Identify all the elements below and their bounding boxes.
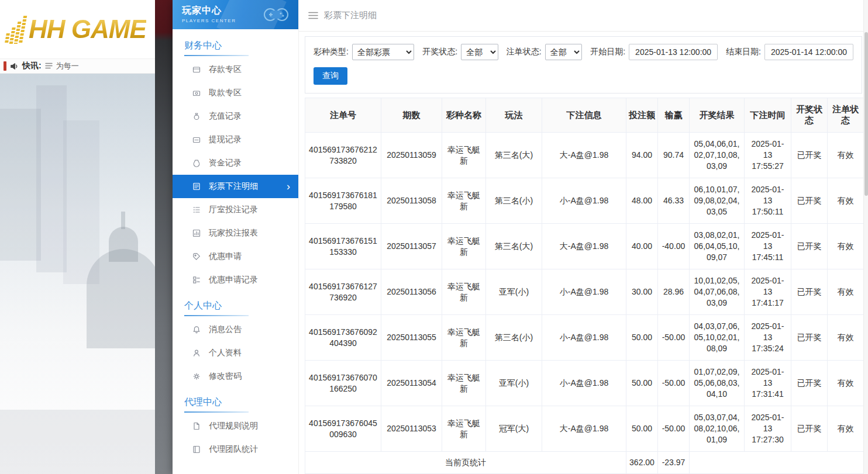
- sidebar-item-label: 提现记录: [209, 134, 242, 145]
- sidebar-item-deposit[interactable]: 存款专区: [173, 58, 298, 81]
- cell-bet-time: 2025-01-13 17:27:30: [745, 406, 791, 452]
- lottery-type-label: 彩种类型:: [314, 47, 349, 57]
- end-date-input[interactable]: [764, 44, 853, 60]
- cell-win-loss: 90.74: [658, 133, 690, 178]
- page-total-label: 当前页统计: [305, 452, 626, 474]
- cell-draw-status: 已开奖: [791, 269, 828, 315]
- cell-order-status: 有效: [828, 224, 864, 269]
- cell-win-loss: 28.96: [658, 269, 690, 315]
- gear-icon: [192, 372, 201, 381]
- cell-draw-status: 已开奖: [791, 406, 828, 452]
- sidebar-item-promo-apply-records[interactable]: 优惠申请记录: [173, 268, 298, 292]
- cell-draw-result: 01,07,02,09,05,06,08,03,04,10: [690, 361, 745, 406]
- sidebar-item-label: 取款专区: [209, 88, 242, 98]
- cell-bet-time: 2025-01-13 17:50:11: [745, 178, 791, 224]
- col-header-win-loss: 输赢: [658, 98, 690, 133]
- draw-status-select[interactable]: 全部: [461, 44, 498, 60]
- lottery-type-select[interactable]: 全部彩票: [352, 44, 414, 60]
- cell-lottery-name: 幸运飞艇新: [442, 224, 486, 269]
- cell-bet-info: 大-A盘@1.98: [542, 133, 626, 178]
- cell-win-loss: -50.00: [658, 315, 690, 361]
- sidebar: 玩家中心 PLAYERS CENTER 财务中心存款专区取款专区充值记录提现记录…: [173, 0, 299, 474]
- sidebar-section-personal-center: 个人中心: [173, 292, 298, 318]
- col-header-draw-result: 开奖结果: [690, 98, 745, 133]
- order-status-select[interactable]: 全部: [545, 44, 583, 60]
- sidebar-item-label: 消息公告: [209, 324, 242, 335]
- cell-bet-amount: 50.00: [626, 315, 658, 361]
- cell-order-no: 401569173676045009630: [305, 406, 381, 452]
- cell-order-no: 401569173676070166250: [305, 361, 381, 406]
- sidebar-item-withdrawal-records[interactable]: 提现记录: [173, 128, 298, 151]
- user-icon: [192, 348, 201, 358]
- sidebar-header: 玩家中心 PLAYERS CENTER: [173, 0, 298, 29]
- page-scrollbar[interactable]: [863, 0, 868, 474]
- cell-order-status: 有效: [828, 269, 864, 315]
- modal-backdrop[interactable]: [155, 0, 173, 474]
- withdrawal-record-icon: [192, 135, 201, 144]
- table-row: 40156917367604500963020250113053幸运飞艇新冠军(…: [305, 406, 864, 452]
- page-title: 彩票下注明细: [324, 10, 377, 21]
- sidebar-item-label: 资金记录: [209, 158, 242, 168]
- site-logo: HH GAME: [7, 15, 146, 44]
- sidebar-item-promo-apply[interactable]: 优惠申请: [173, 245, 298, 268]
- cell-bet-amount: 40.00: [626, 224, 658, 269]
- col-header-order-status: 注单状态: [828, 98, 864, 133]
- cell-bet-time: 2025-01-13 17:45:11: [745, 224, 791, 269]
- cell-draw-status: 已开奖: [791, 133, 828, 178]
- cell-order-no: 401569173676151153330: [305, 224, 381, 269]
- page-total-bet: 362.00: [626, 452, 658, 474]
- cell-order-status: 有效: [828, 315, 864, 361]
- sidebar-item-agent-rules[interactable]: 代理规则说明: [173, 414, 298, 438]
- cell-bet-info: 小-A盘@1.98: [542, 315, 626, 361]
- sidebar-item-profile[interactable]: 个人资料: [173, 341, 298, 365]
- cell-win-loss: -50.00: [658, 361, 690, 406]
- cell-draw-result: 04,03,07,06,05,10,02,01,08,09: [690, 315, 745, 361]
- sidebar-section-finance-center: 财务中心: [173, 32, 298, 58]
- cell-bet-info: 大-A盘@1.98: [542, 406, 626, 452]
- sidebar-item-recharge-records[interactable]: 充值记录: [173, 105, 298, 128]
- search-button[interactable]: 查询: [314, 67, 347, 85]
- menu-toggle-icon[interactable]: [308, 12, 318, 19]
- cell-draw-result: 10,01,02,05,04,07,06,08,03,09: [690, 269, 745, 315]
- sidebar-item-player-bet-report[interactable]: 玩家投注报表: [173, 222, 298, 245]
- cell-win-loss: -40.00: [658, 224, 690, 269]
- cell-period: 20250113059: [381, 133, 442, 178]
- ticker-marker: [4, 61, 6, 71]
- cell-win-loss: 46.33: [658, 178, 690, 224]
- cell-period: 20250113053: [381, 406, 442, 452]
- sidebar-item-messages[interactable]: 消息公告: [173, 318, 298, 341]
- players-center-modal: 玩家中心 PLAYERS CENTER 财务中心存款专区取款专区充值记录提现记录…: [173, 0, 868, 474]
- cell-order-status: 有效: [828, 361, 864, 406]
- sidebar-item-withdraw[interactable]: 取款专区: [173, 81, 298, 105]
- cell-bet-info: 小-A盘@1.98: [542, 361, 626, 406]
- page-total-winloss: -23.97: [658, 452, 690, 474]
- draw-status-label: 开奖状态:: [422, 47, 457, 57]
- sidebar-item-change-password[interactable]: 修改密码: [173, 365, 298, 388]
- table-row: 40156917367612773692020250113056幸运飞艇新亚军(…: [305, 269, 864, 315]
- cell-lottery-name: 幸运飞艇新: [442, 178, 486, 224]
- sidebar-item-label: 优惠申请: [209, 251, 242, 262]
- ticker-text[interactable]: 为每一: [56, 61, 79, 71]
- sidebar-title: 玩家中心: [182, 5, 298, 17]
- col-header-lottery-name: 彩种名称: [442, 98, 486, 133]
- table-row: 40156917367607016625020250113054幸运飞艇新亚军(…: [305, 361, 864, 406]
- sidebar-section-agent-center: 代理中心: [173, 388, 298, 414]
- cell-bet-amount: 50.00: [626, 361, 658, 406]
- cell-order-no: 401569173676212733820: [305, 133, 381, 178]
- scrollbar-thumb[interactable]: [864, 32, 868, 196]
- cell-play-type: 亚军(小): [486, 269, 542, 315]
- cell-lottery-name: 幸运飞艇新: [442, 269, 486, 315]
- city-background-image: [0, 74, 173, 474]
- sidebar-item-fund-records[interactable]: 资金记录: [173, 151, 298, 175]
- cell-bet-amount: 30.00: [626, 269, 658, 315]
- sidebar-item-lottery-bet-details[interactable]: 彩票下注明细›: [173, 175, 298, 198]
- chevron-right-icon: ›: [287, 181, 290, 192]
- sidebar-item-agent-team-stats[interactable]: 代理团队统计: [173, 438, 298, 461]
- bets-table: 注单号期数彩种名称玩法下注信息投注额输赢开奖结果下注时间开奖状态注单状态 401…: [305, 98, 864, 474]
- col-header-bet-info: 下注信息: [542, 98, 626, 133]
- cell-draw-status: 已开奖: [791, 361, 828, 406]
- col-header-play-type: 玩法: [486, 98, 542, 133]
- hall-record-icon: [192, 205, 201, 214]
- sidebar-item-hall-bet-records[interactable]: 厅室投注记录: [173, 198, 298, 222]
- start-date-input[interactable]: [629, 44, 718, 60]
